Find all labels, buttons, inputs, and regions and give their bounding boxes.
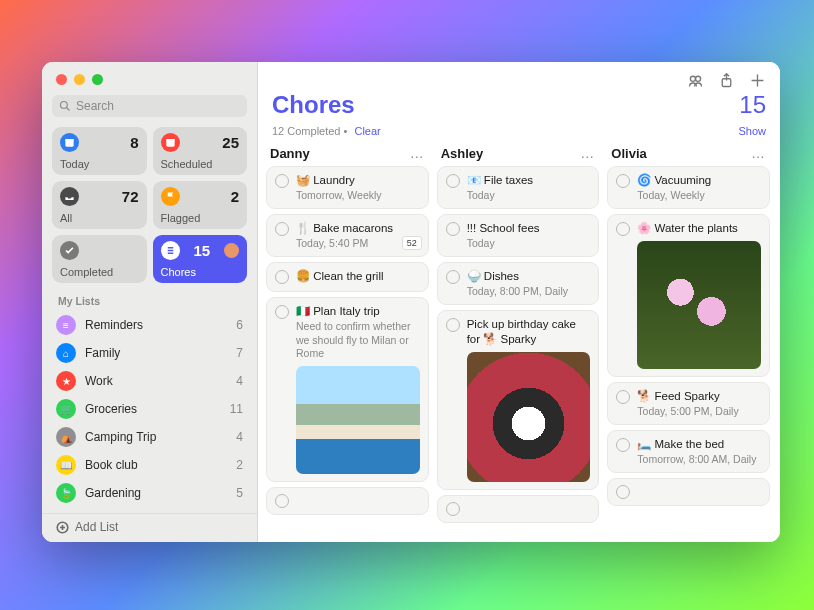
reminder-card[interactable]: 📧 File taxesToday bbox=[437, 166, 600, 209]
reminder-radio[interactable] bbox=[275, 270, 289, 284]
add-list-button[interactable]: Add List bbox=[42, 513, 257, 542]
reminder-card[interactable]: 🍔 Clean the grill bbox=[266, 262, 429, 292]
search-field[interactable]: Search bbox=[52, 95, 247, 117]
list-icon bbox=[161, 241, 180, 260]
column-more-button[interactable]: … bbox=[410, 145, 425, 161]
tile-label: Flagged bbox=[161, 212, 240, 224]
zoom-button[interactable] bbox=[92, 74, 103, 85]
reminder-card[interactable]: !!! School feesToday bbox=[437, 214, 600, 257]
reminder-card[interactable]: 🍚 DishesToday, 8:00 PM, Daily bbox=[437, 262, 600, 305]
window-controls bbox=[42, 62, 257, 95]
clear-button[interactable]: Clear bbox=[354, 125, 380, 137]
list-name: Work bbox=[85, 374, 236, 388]
reminder-card[interactable]: 🐕 Feed SparkyToday, 5:00 PM, Daily bbox=[607, 382, 770, 425]
list-icon: ⛺ bbox=[56, 427, 76, 447]
svg-rect-5 bbox=[166, 139, 174, 141]
list-count: 15 bbox=[739, 91, 766, 119]
list-icon: ★ bbox=[56, 371, 76, 391]
reminder-radio[interactable] bbox=[446, 318, 460, 332]
reminder-radio[interactable] bbox=[275, 305, 289, 319]
list-name: Groceries bbox=[85, 402, 230, 416]
plus-circle-icon bbox=[56, 521, 69, 534]
tile-label: Completed bbox=[60, 266, 139, 278]
reminder-radio[interactable] bbox=[616, 222, 630, 236]
empty-reminder-slot[interactable] bbox=[266, 487, 429, 515]
subheader: 12 Completed • Clear Show bbox=[258, 125, 780, 145]
column-body: 🌀 VacuumingToday, Weekly🌸 Water the plan… bbox=[607, 166, 770, 534]
reminder-card[interactable]: Pick up birthday cake for 🐕 Sparky bbox=[437, 310, 600, 490]
empty-reminder-slot[interactable] bbox=[437, 495, 600, 523]
list-count: 7 bbox=[236, 346, 243, 360]
reminder-card[interactable]: 🌸 Water the plants bbox=[607, 214, 770, 377]
column-body: 📧 File taxesToday!!! School feesToday🍚 D… bbox=[437, 166, 600, 534]
list-count: 4 bbox=[236, 430, 243, 444]
reminder-radio[interactable] bbox=[275, 222, 289, 236]
list-name: Family bbox=[85, 346, 236, 360]
reminder-card[interactable]: 🧺 LaundryTomorrow, Weekly bbox=[266, 166, 429, 209]
reminder-card[interactable]: 🛏️ Make the bedTomorrow, 8:00 AM, Daily bbox=[607, 430, 770, 473]
reminder-radio[interactable] bbox=[616, 174, 630, 188]
add-reminder-icon[interactable] bbox=[749, 72, 766, 89]
columns: Danny…🧺 LaundryTomorrow, Weekly🍴 Bake ma… bbox=[258, 145, 780, 542]
tile-flagged[interactable]: 2 Flagged bbox=[153, 181, 248, 229]
reminder-radio[interactable] bbox=[275, 494, 289, 508]
close-button[interactable] bbox=[56, 74, 67, 85]
reminder-title: 🌀 Vacuuming bbox=[637, 173, 711, 188]
column-more-button[interactable]: … bbox=[751, 145, 766, 161]
check-icon bbox=[60, 241, 79, 260]
tile-count: 2 bbox=[231, 188, 239, 205]
list-title: Chores bbox=[272, 91, 355, 119]
list-name: Book club bbox=[85, 458, 236, 472]
sidebar: Search 8 Today 25 Scheduled 72 All 2 Fla… bbox=[42, 62, 258, 542]
my-lists-header: My Lists bbox=[42, 283, 257, 311]
sidebar-list-item[interactable]: ⛺ Camping Trip 4 bbox=[42, 423, 257, 451]
reminder-radio[interactable] bbox=[275, 174, 289, 188]
list-count: 11 bbox=[230, 402, 243, 416]
tile-all[interactable]: 72 All bbox=[52, 181, 147, 229]
reminder-card[interactable]: 🌀 VacuumingToday, Weekly bbox=[607, 166, 770, 209]
avatar bbox=[224, 243, 239, 258]
list-count: 5 bbox=[236, 486, 243, 500]
minimize-button[interactable] bbox=[74, 74, 85, 85]
reminder-radio[interactable] bbox=[446, 270, 460, 284]
share-icon[interactable] bbox=[718, 72, 735, 89]
sidebar-list-item[interactable]: 📖 Book club 2 bbox=[42, 451, 257, 479]
reminder-subtitle: Today, Weekly bbox=[637, 189, 761, 201]
sidebar-list-item[interactable]: ≡ Reminders 6 bbox=[42, 311, 257, 339]
column: Danny…🧺 LaundryTomorrow, Weekly🍴 Bake ma… bbox=[266, 145, 429, 534]
tile-scheduled[interactable]: 25 Scheduled bbox=[153, 127, 248, 175]
reminder-radio[interactable] bbox=[446, 502, 460, 516]
tile-completed[interactable]: Completed bbox=[52, 235, 147, 283]
reminder-radio[interactable] bbox=[446, 222, 460, 236]
reminder-title: Pick up birthday cake for 🐕 Sparky bbox=[467, 317, 591, 347]
sidebar-list-item[interactable]: 🛒 Groceries 11 bbox=[42, 395, 257, 423]
reminder-radio[interactable] bbox=[446, 174, 460, 188]
reminder-radio[interactable] bbox=[616, 390, 630, 404]
sidebar-list-item[interactable]: 🍃 Gardening 5 bbox=[42, 479, 257, 507]
show-completed-button[interactable]: Show bbox=[738, 125, 766, 137]
column: Olivia…🌀 VacuumingToday, Weekly🌸 Water t… bbox=[607, 145, 770, 534]
reminder-card[interactable]: 🇮🇹 Plan Italy tripNeed to confirm whethe… bbox=[266, 297, 429, 482]
reminder-subtitle: Today, 5:00 PM, Daily bbox=[637, 405, 761, 417]
reminder-title: 🌸 Water the plants bbox=[637, 221, 738, 236]
tile-chores[interactable]: 15 Chores bbox=[153, 235, 248, 283]
sidebar-list-item[interactable]: ⌂ Family 7 bbox=[42, 339, 257, 367]
sidebar-list-item[interactable]: ★ Work 4 bbox=[42, 367, 257, 395]
reminder-radio[interactable] bbox=[616, 438, 630, 452]
tile-count: 8 bbox=[130, 134, 138, 151]
reminder-radio[interactable] bbox=[616, 485, 630, 499]
tile-today[interactable]: 8 Today bbox=[52, 127, 147, 175]
tile-label: Scheduled bbox=[161, 158, 240, 170]
reminder-card[interactable]: 🍴 Bake macaronsToday, 5:40 PM52 bbox=[266, 214, 429, 257]
list-icon: 🛒 bbox=[56, 399, 76, 419]
reminder-title: 🐕 Feed Sparky bbox=[637, 389, 719, 404]
search-icon bbox=[59, 100, 71, 112]
list-header: Chores 15 bbox=[258, 91, 780, 125]
tile-count: 72 bbox=[122, 188, 139, 205]
list-icon: 📖 bbox=[56, 455, 76, 475]
smart-list-tiles: 8 Today 25 Scheduled 72 All 2 Flagged Co… bbox=[42, 127, 257, 283]
empty-reminder-slot[interactable] bbox=[607, 478, 770, 506]
column-more-button[interactable]: … bbox=[580, 145, 595, 161]
collaborate-icon[interactable] bbox=[687, 72, 704, 89]
reminder-image bbox=[467, 352, 591, 482]
